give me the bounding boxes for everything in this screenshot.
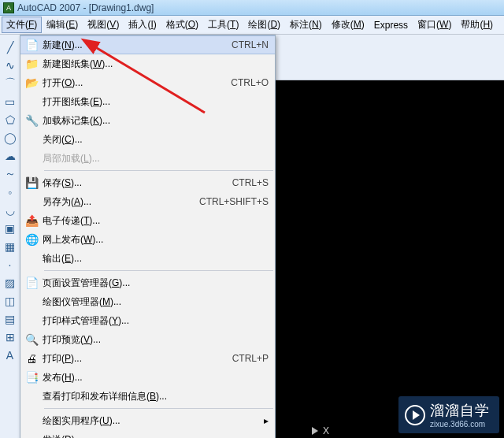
text-tool[interactable]: A [2, 347, 19, 364]
menu-V[interactable]: 视图(V) [83, 17, 124, 33]
gradient-tool[interactable]: ◫ [2, 292, 19, 310]
line-tool[interactable]: ╱ [2, 39, 19, 56]
makeblock-tool[interactable]: ▦ [2, 238, 19, 255]
menu-item-pstyle[interactable]: 打印样式管理器(Y)... [20, 311, 275, 330]
menu-item-label: 绘图实用程序(U)... [43, 414, 259, 428]
menu-item-save[interactable]: 💾保存(S)...CTRL+S [20, 173, 275, 192]
rectangle-tool[interactable]: ▭ [2, 93, 19, 110]
polygon-tool[interactable]: ⬠ [2, 111, 19, 128]
menu-T[interactable]: 工具(T) [203, 17, 243, 33]
menu-item-shortcut: CTRL+P [232, 353, 269, 364]
menu-item-label: 页面设置管理器(G)... [43, 277, 269, 290]
menu-item-new[interactable]: 📄新建(N)...CTRL+N [20, 35, 275, 54]
loadmk-icon: 🔧 [20, 114, 43, 127]
menu-item-label: 查看打印和发布详细信息(B)... [43, 390, 269, 403]
menu-item-saveas[interactable]: 另存为(A)...CTRL+SHIFT+S [20, 192, 275, 211]
menu-item-shortcut: CTRL+SHIFT+S [199, 196, 269, 207]
arc-tool[interactable]: ⌒ [2, 75, 19, 92]
menu-item-label: 关闭(C)... [43, 133, 269, 147]
menu-item-send[interactable]: 发送(D)...▸ [20, 430, 275, 438]
menu-item-label: 打开图纸集(E)... [43, 95, 269, 109]
table-tool[interactable]: ⊞ [2, 328, 19, 346]
file-menu-dropdown: 📄新建(N)...CTRL+N📁新建图纸集(W)...📂打开(O)...CTRL… [20, 35, 276, 438]
menu-D[interactable]: 绘图(D) [243, 17, 285, 33]
psetup-icon: 📄 [20, 277, 43, 289]
polyline-tool[interactable]: ∿ [2, 57, 19, 74]
menu-M[interactable]: 修改(M) [327, 17, 369, 33]
menu-item-plotmgr[interactable]: 绘图仪管理器(M)... [20, 292, 275, 311]
watermark: 溜溜自学 zixue.3d66.com [398, 396, 499, 433]
region-tool[interactable]: ▤ [2, 310, 19, 328]
circle-tool[interactable]: ◯ [2, 129, 19, 147]
menu-item-label: 网上发布(W)... [43, 233, 269, 247]
etrans-icon: 📤 [20, 214, 43, 227]
watermark-text: 溜溜自学 [430, 403, 490, 418]
ellipsearc-tool[interactable]: ◡ [2, 202, 19, 219]
menu-W[interactable]: 窗口(W) [413, 17, 456, 33]
menu-item-newss[interactable]: 📁新建图纸集(W)... [20, 54, 275, 73]
menu-item-shortcut: CTRL+S [232, 177, 269, 188]
menu-item-etrans[interactable]: 📤电子传递(T)... [20, 211, 275, 230]
menu-item-webpub[interactable]: 🌐网上发布(W)... [20, 230, 275, 249]
menu-F[interactable]: 文件(F) [2, 17, 42, 33]
publish-icon: 📑 [20, 371, 43, 384]
menu-item-close[interactable]: 关闭(C)... [20, 130, 275, 149]
menu-item-label: 电子传递(T)... [43, 214, 269, 228]
webpub-icon: 🌐 [20, 233, 43, 246]
preview-icon: 🔍 [20, 333, 43, 346]
spline-tool[interactable]: ～ [2, 165, 19, 183]
menu-item-label: 发布(H)... [43, 371, 269, 384]
menu-Express[interactable]: Express [369, 18, 413, 32]
menu-item-plot[interactable]: 🖨打印(P)...CTRL+P [20, 349, 275, 368]
ucs-indicator: X [312, 425, 329, 436]
menu-item-label: 局部加载(L)... [43, 152, 269, 165]
save-icon: 💾 [20, 176, 43, 189]
menu-item-label: 保存(S)... [43, 176, 232, 190]
newss-icon: 📁 [20, 58, 43, 70]
menu-N[interactable]: 标注(N) [285, 17, 327, 33]
play-icon [405, 405, 425, 425]
menu-separator [44, 408, 273, 409]
menu-item-openss[interactable]: 打开图纸集(E)... [20, 92, 275, 111]
menu-item-pclose: 局部加载(L)... [20, 149, 275, 168]
menu-item-label: 新建(N)... [43, 39, 232, 52]
menu-I[interactable]: 插入(I) [124, 17, 161, 33]
menu-item-shortcut: CTRL+N [232, 39, 269, 50]
menu-item-label: 加载标记集(K)... [43, 114, 269, 128]
menu-separator [44, 270, 273, 271]
new-icon: 📄 [20, 39, 43, 51]
menu-item-label: 新建图纸集(W)... [43, 58, 269, 71]
open-icon: 📂 [20, 76, 43, 89]
hatch-tool[interactable]: ▨ [2, 274, 19, 291]
menu-bar: 文件(F)编辑(E)视图(V)插入(I)格式(O)工具(T)绘图(D)标注(N)… [0, 16, 504, 35]
submenu-arrow-icon: ▸ [264, 434, 269, 438]
menu-O[interactable]: 格式(O) [161, 17, 203, 33]
ellipse-tool[interactable]: ◦ [2, 184, 19, 201]
revcloud-tool[interactable]: ☁ [2, 147, 19, 165]
menu-item-preview[interactable]: 🔍打印预览(V)... [20, 330, 275, 349]
menu-item-publish[interactable]: 📑发布(H)... [20, 368, 275, 387]
menu-H[interactable]: 帮助(H) [456, 17, 498, 33]
menu-item-shortcut: CTRL+O [231, 77, 269, 88]
menu-item-drawutil[interactable]: 绘图实用程序(U)...▸ [20, 411, 275, 430]
menu-item-label: 另存为(A)... [43, 195, 199, 209]
menu-item-pubdetail[interactable]: 查看打印和发布详细信息(B)... [20, 387, 275, 406]
menu-item-label: 绘图仪管理器(M)... [43, 295, 269, 309]
menu-item-open[interactable]: 📂打开(O)...CTRL+O [20, 73, 275, 92]
menu-item-label: 输出(E)... [43, 252, 269, 265]
submenu-arrow-icon: ▸ [264, 415, 269, 426]
menu-E[interactable]: 编辑(E) [42, 17, 83, 33]
menu-item-label: 打印(P)... [43, 352, 232, 366]
menu-item-label: 打开(O)... [43, 76, 231, 90]
menu-item-label: 发送(D)... [43, 433, 259, 439]
menu-item-export[interactable]: 输出(E)... [20, 249, 275, 268]
block-tool[interactable]: ▣ [2, 220, 19, 237]
window-title: AutoCAD 2007 - [Drawing1.dwg] [17, 2, 154, 13]
point-tool[interactable]: · [2, 256, 19, 273]
menu-separator [44, 170, 273, 171]
menu-item-loadmk[interactable]: 🔧加载标记集(K)... [20, 111, 275, 130]
menu-item-psetup[interactable]: 📄页面设置管理器(G)... [20, 273, 275, 292]
menu-item-label: 打印样式管理器(Y)... [43, 314, 269, 328]
left-toolbar: ╱ ∿ ⌒ ▭ ⬠ ◯ ☁ ～ ◦ ◡ ▣ ▦ · ▨ ◫ ▤ ⊞ A [0, 35, 20, 438]
app-icon: A [3, 2, 14, 13]
